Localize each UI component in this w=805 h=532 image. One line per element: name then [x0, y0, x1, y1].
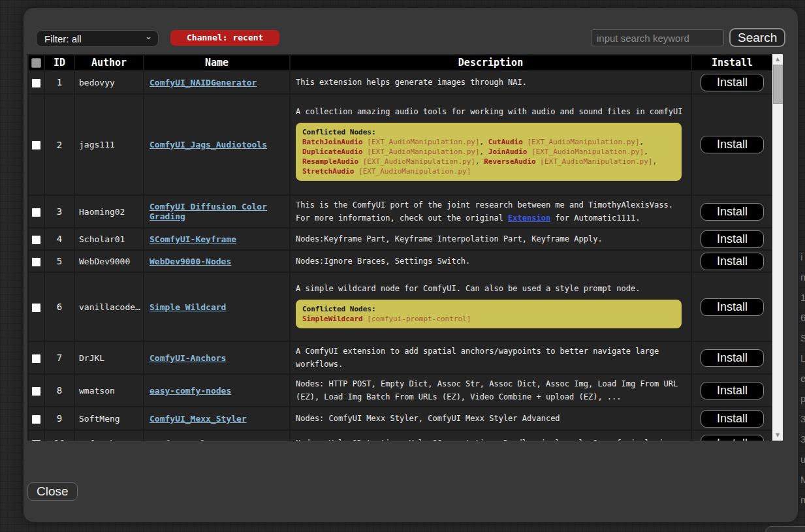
- extension-id: 8: [44, 374, 74, 407]
- conflict-node-name: SimpleWildcard: [302, 315, 363, 323]
- scrollbar-thumb[interactable]: [773, 65, 783, 104]
- row-select-cell: [28, 195, 44, 228]
- install-cell: Install: [691, 374, 773, 407]
- install-button[interactable]: Install: [701, 349, 764, 367]
- extension-name-cell: SComfyUI-Keyframe: [144, 228, 290, 250]
- background-text-fragment: m: [800, 490, 805, 510]
- row-select-cell: [28, 70, 44, 94]
- conflicted-nodes-list: BatchJoinAudio [EXT_AudioManipulation.py…: [302, 137, 675, 176]
- install-button[interactable]: Install: [701, 253, 764, 270]
- description-text: Nodes: Yolov8Detection, Yolov8Segmentati…: [296, 439, 669, 441]
- extension-id: 1: [44, 70, 74, 94]
- background-text-fragment: e: [800, 368, 805, 388]
- extension-id: 10: [44, 430, 74, 441]
- table-header-row: IDAuthorNameDescriptionInstall: [28, 55, 773, 70]
- extension-name-link[interactable]: ComfyUI_Jags_Audiotools: [150, 140, 267, 149]
- extension-name-link[interactable]: ComfyUI_NAIDGenerator: [150, 78, 257, 87]
- background-text-fragment: u: [800, 449, 805, 469]
- extension-row: 3Haoming02ComfyUI Diffusion Color Gradin…: [28, 195, 773, 228]
- install-cell: Install: [691, 272, 773, 341]
- row-checkbox[interactable]: [31, 439, 41, 441]
- extension-id: 3: [44, 195, 74, 228]
- conflicted-nodes-box: Conflicted Nodes:BatchJoinAudio [EXT_Aud…: [296, 123, 682, 181]
- external-extension-link[interactable]: Extension: [508, 213, 550, 223]
- description-text: Nodes: HTTP POST, Empty Dict, Assoc Str,…: [296, 379, 678, 401]
- extension-name-cell: ComfyUI_Jags_Audiotools: [144, 94, 290, 195]
- row-checkbox[interactable]: [31, 386, 41, 396]
- row-checkbox[interactable]: [31, 78, 41, 88]
- extension-name-link[interactable]: SComfyUI-Keyframe: [150, 234, 236, 244]
- custom-node-manager-dialog: Filter: all ⌄ Channel: recent Search IDA…: [24, 8, 798, 522]
- install-button[interactable]: Install: [701, 410, 764, 428]
- install-button[interactable]: Install: [701, 382, 764, 399]
- extension-row: 10zcfrank1stComfyUI Yolov8Nodes: Yolov8D…: [28, 430, 773, 441]
- extension-author: Scholar01: [74, 228, 144, 250]
- extension-name-link[interactable]: Simple Wildcard: [150, 302, 226, 312]
- conflict-node-source: [EXT_AudioManipulation.py]: [523, 138, 640, 146]
- install-cell: Install: [691, 430, 773, 441]
- row-select-cell: [28, 341, 44, 374]
- row-checkbox[interactable]: [31, 140, 41, 150]
- conflict-node-source: [EXT_AudioManipulation.py]: [363, 148, 480, 156]
- extension-name-cell: Simple Wildcard: [144, 272, 290, 341]
- background-text-fragment: p: [800, 388, 805, 409]
- row-checkbox[interactable]: [31, 354, 41, 364]
- background-text-fragment: m: [800, 267, 805, 287]
- table-scrollbar[interactable]: ▲ ▼: [772, 54, 783, 441]
- install-button[interactable]: Install: [701, 136, 764, 153]
- install-button[interactable]: Install: [701, 74, 764, 91]
- extension-table: IDAuthorNameDescriptionInstall 1bedovyyC…: [27, 54, 774, 441]
- extension-row: 7DrJKLComfyUI-AnchorsA ComfyUI extension…: [28, 341, 773, 374]
- extension-name-link[interactable]: ComfyUI_Mexx_Styler: [150, 414, 247, 424]
- install-button[interactable]: Install: [701, 435, 764, 441]
- conflict-node-source: [EXT_AudioManipulation.py]: [536, 157, 653, 166]
- extension-name-link[interactable]: WebDev9000-Nodes: [150, 257, 231, 266]
- conflict-node-name: StretchAudio: [302, 167, 354, 176]
- extension-id: 2: [44, 94, 74, 195]
- install-button[interactable]: Install: [701, 298, 764, 316]
- close-button[interactable]: Close: [27, 482, 78, 501]
- background-text-fragment: i: [800, 247, 805, 267]
- conflict-node-source: [EXT_AudioManipulation.py]: [358, 157, 475, 166]
- extension-author: zcfrank1st: [74, 430, 144, 441]
- row-select-cell: [28, 250, 44, 272]
- extension-name-cell: ComfyUI-Anchors: [144, 341, 290, 374]
- select-all-checkbox[interactable]: [31, 58, 41, 68]
- scroll-up-icon[interactable]: ▲: [772, 55, 783, 64]
- description-text: Nodes:Ignore Braces, Settings Switch.: [296, 257, 470, 266]
- row-checkbox[interactable]: [31, 303, 41, 313]
- background-text-fragment: 6: [800, 307, 805, 328]
- row-checkbox[interactable]: [31, 257, 41, 267]
- filter-select[interactable]: Filter: all: [36, 30, 159, 47]
- conflicted-nodes-title: Conflicted Nodes:: [302, 304, 675, 314]
- install-button[interactable]: Install: [701, 203, 764, 221]
- description-text: A simple wildcard node for ComfyUI. Can …: [296, 284, 640, 293]
- install-button[interactable]: Install: [701, 230, 764, 248]
- row-checkbox[interactable]: [31, 208, 41, 217]
- column-header-install: Install: [691, 55, 773, 70]
- search-button[interactable]: Search: [729, 28, 785, 47]
- row-checkbox[interactable]: [31, 415, 41, 424]
- column-header-description: Description: [290, 55, 691, 70]
- row-select-cell: [28, 430, 44, 441]
- conflict-node-name: JoinAudio: [488, 148, 528, 156]
- extension-id: 6: [44, 272, 74, 341]
- extension-name-link[interactable]: ComfyUI-Anchors: [150, 353, 226, 363]
- extension-name-link[interactable]: easy-comfy-nodes: [150, 386, 231, 396]
- scroll-down-icon[interactable]: ▼: [772, 431, 783, 440]
- extension-name-link[interactable]: ComfyUI Yolov8: [150, 439, 221, 441]
- extension-row: 8wmatsoneasy-comfy-nodesNodes: HTTP POST…: [28, 374, 773, 407]
- conflict-node-source: [EXT_AudioManipulation.py]: [354, 167, 471, 176]
- background-text-fragment: S: [800, 328, 805, 348]
- search-input[interactable]: [591, 29, 724, 46]
- row-checkbox[interactable]: [31, 235, 41, 245]
- row-select-cell: [28, 374, 44, 407]
- extension-name-cell: ComfyUI Diffusion Color Grading: [144, 195, 290, 228]
- extension-description: This extension helps generate images thr…: [290, 70, 691, 94]
- extension-id: 5: [44, 250, 74, 272]
- select-all-header[interactable]: [28, 55, 44, 70]
- extension-name-link[interactable]: ComfyUI Diffusion Color Grading: [150, 202, 267, 221]
- channel-button[interactable]: Channel: recent: [170, 30, 279, 46]
- background-text-fragment: 3: [800, 409, 805, 429]
- extension-author: jags111: [74, 94, 144, 195]
